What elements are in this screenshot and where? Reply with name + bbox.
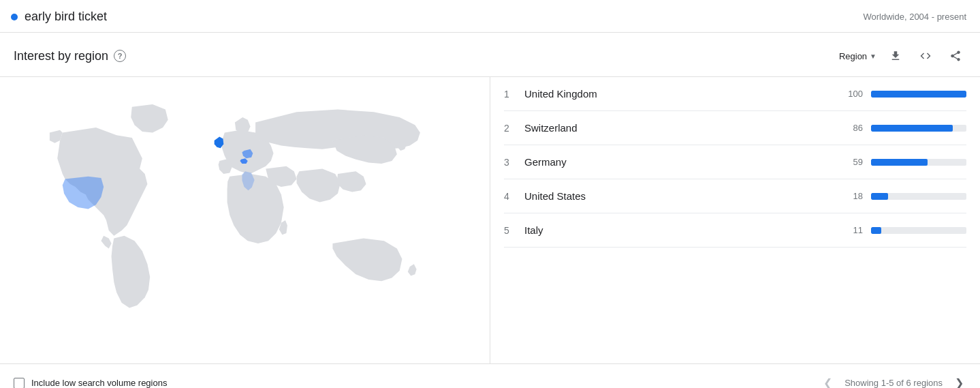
section-header: Interest by region ? Region ▼ xyxy=(0,33,980,77)
rank-bar-container xyxy=(871,91,966,98)
rank-row: 2 Switzerland 86 xyxy=(504,111,966,145)
rank-row: 1 United Kingdom 100 xyxy=(504,77,966,111)
rank-country: Switzerland xyxy=(524,122,836,134)
rank-row: 3 Germany 59 xyxy=(504,145,966,179)
header-bar: early bird ticket Worldwide, 2004 - pres… xyxy=(0,0,980,33)
rank-number: 4 xyxy=(504,191,524,202)
header-left: early bird ticket xyxy=(11,10,107,24)
help-icon[interactable]: ? xyxy=(114,50,126,62)
section-controls: Region ▼ xyxy=(839,45,966,67)
embed-button[interactable] xyxy=(915,45,936,67)
rank-country: United States xyxy=(524,190,836,202)
rank-bar-fill xyxy=(871,159,928,166)
rank-row: 5 Italy 11 xyxy=(504,213,966,248)
region-label: Region xyxy=(839,51,867,61)
next-page-button[interactable]: ❯ xyxy=(952,374,966,388)
rank-bar-container xyxy=(871,159,966,166)
rank-bar-fill xyxy=(871,91,966,98)
section-title: Interest by region xyxy=(14,49,108,63)
rank-country: Germany xyxy=(524,156,836,168)
rank-number: 3 xyxy=(504,157,524,168)
rankings-area: 1 United Kingdom 100 2 Switzerland 86 3 … xyxy=(490,77,980,363)
footer-bar: Include low search volume regions ❮ Show… xyxy=(0,363,980,388)
main-content: 1 United Kingdom 100 2 Switzerland 86 3 … xyxy=(0,77,980,363)
rank-number: 5 xyxy=(504,225,524,236)
low-volume-checkbox-group[interactable]: Include low search volume regions xyxy=(14,378,167,389)
rank-bar-fill xyxy=(871,227,881,234)
region-dropdown[interactable]: Region ▼ xyxy=(839,51,876,61)
share-button[interactable] xyxy=(945,45,966,67)
low-volume-label: Include low search volume regions xyxy=(31,378,167,388)
pagination-text: Showing 1-5 of 6 regions xyxy=(844,378,943,388)
rank-bar-fill xyxy=(871,125,953,132)
rank-number: 2 xyxy=(504,123,524,134)
rank-value: 11 xyxy=(836,225,863,235)
prev-page-button[interactable]: ❮ xyxy=(821,374,835,388)
rank-bar-container xyxy=(871,193,966,200)
rank-number: 1 xyxy=(504,89,524,100)
rank-country: United Kingdom xyxy=(524,88,836,100)
low-volume-checkbox[interactable] xyxy=(14,378,25,389)
pagination-group: ❮ Showing 1-5 of 6 regions ❯ xyxy=(821,374,966,388)
rank-country: Italy xyxy=(524,224,836,236)
world-map xyxy=(14,91,477,350)
section-title-group: Interest by region ? xyxy=(14,49,126,63)
map-area xyxy=(0,77,490,363)
series-dot xyxy=(11,14,18,20)
rank-value: 86 xyxy=(836,123,863,133)
rank-value: 100 xyxy=(836,89,863,99)
rank-value: 18 xyxy=(836,191,863,201)
date-range-label: Worldwide, 2004 - present xyxy=(863,12,966,22)
search-term-label: early bird ticket xyxy=(25,10,107,24)
chevron-down-icon: ▼ xyxy=(870,53,876,60)
rank-value: 59 xyxy=(836,157,863,167)
download-button[interactable] xyxy=(885,45,906,67)
rank-bar-container xyxy=(871,227,966,234)
rank-row: 4 United States 18 xyxy=(504,179,966,213)
rank-bar-container xyxy=(871,125,966,132)
rank-bar-fill xyxy=(871,193,888,200)
